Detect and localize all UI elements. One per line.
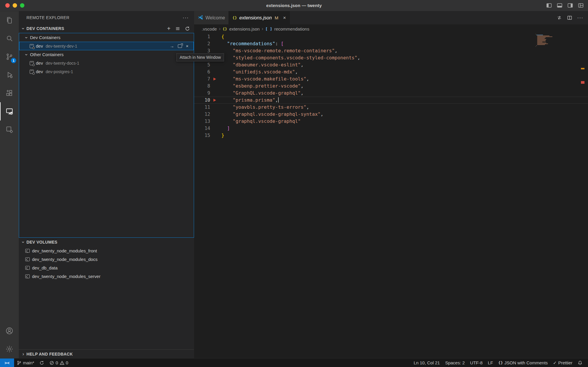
- attach-new-window-icon[interactable]: [178, 44, 182, 48]
- line-number: 15: [194, 132, 210, 139]
- problems-item[interactable]: 0 0: [47, 358, 71, 367]
- code-line[interactable]: 10 "prisma.prisma",: [194, 97, 588, 104]
- volume-item[interactable]: dev_db_data: [19, 264, 194, 272]
- run-and-debug-icon[interactable]: [0, 66, 19, 84]
- add-icon[interactable]: +: [167, 26, 171, 31]
- code-line[interactable]: 12 "graphql.vscode-graphql-syntax",: [194, 111, 588, 118]
- container-name: dev: [36, 61, 43, 66]
- git-branch-item[interactable]: main*: [14, 358, 37, 367]
- close-icon[interactable]: ×: [283, 15, 286, 21]
- line-text: "graphql.vscode-graphql": [221, 118, 301, 125]
- minimize-window-button[interactable]: [13, 3, 17, 8]
- code-line[interactable]: 6 "unifiedjs.vscode-mdx",: [194, 68, 588, 76]
- open-changes-icon[interactable]: [557, 15, 562, 21]
- language-mode: JSON with Comments: [505, 360, 548, 365]
- code-line[interactable]: 15}: [194, 132, 588, 139]
- volume-item[interactable]: dev_twenty_node_modules_front: [19, 247, 194, 255]
- code-line[interactable]: 5 "dbaeumer.vscode-eslint",: [194, 61, 588, 68]
- notifications-item[interactable]: [575, 358, 585, 367]
- settings-gear-icon[interactable]: [0, 340, 19, 358]
- source-control-badge: 1: [11, 58, 16, 63]
- gutter: [210, 83, 221, 90]
- code-line[interactable]: 9 "GraphQL.vscode-graphql",: [194, 90, 588, 97]
- volume-item[interactable]: dev_twenty_node_modules_server: [19, 272, 194, 281]
- section-dev-containers[interactable]: › DEV CONTAINERS +: [19, 24, 194, 33]
- tab-extensions-json[interactable]: {} extensions.json M ×: [229, 11, 290, 24]
- remote-explorer-icon[interactable]: [0, 102, 19, 120]
- line-number: 1: [194, 33, 210, 40]
- code-editor[interactable]: 1{2 "recommendations": [3 "ms-vscode-rem…: [194, 33, 588, 358]
- close-icon[interactable]: ×: [186, 44, 188, 48]
- container-item[interactable]: devdev-postgres-1: [19, 67, 194, 76]
- formatter-item[interactable]: ✓ Prettier: [550, 358, 575, 367]
- code-line[interactable]: 2 "recommendations": [: [194, 40, 588, 47]
- toggle-primary-sidebar-icon[interactable]: [546, 2, 552, 9]
- indentation-item[interactable]: Spaces: 2: [442, 358, 467, 367]
- cursor-position: Ln 10, Col 21: [414, 360, 440, 365]
- list-options-icon[interactable]: [175, 26, 180, 31]
- zoom-window-button[interactable]: [20, 3, 24, 8]
- accounts-icon[interactable]: [0, 322, 19, 340]
- gutter: [210, 61, 221, 68]
- code-line[interactable]: 11 "yoavbls.pretty-ts-errors",: [194, 104, 588, 111]
- sync-changes-item[interactable]: [37, 358, 47, 367]
- customize-layout-icon[interactable]: [578, 2, 584, 9]
- tree-group-label: Dev Containers: [30, 35, 60, 40]
- minimap-line: [536, 46, 536, 47]
- minimap[interactable]: [536, 34, 556, 47]
- extensions-icon[interactable]: [0, 84, 19, 102]
- cursor-position-item[interactable]: Ln 10, Col 21: [411, 358, 442, 367]
- code-line[interactable]: 4 "styled-components.vscode-styled-compo…: [194, 54, 588, 61]
- toggle-panel-icon[interactable]: [557, 2, 563, 9]
- section-help-and-feedback[interactable]: › HELP AND FEEDBACK: [19, 349, 194, 358]
- line-number: 7: [194, 76, 210, 83]
- error-icon: [49, 361, 54, 365]
- code-line[interactable]: 8 "esbenp.prettier-vscode",: [194, 83, 588, 90]
- chevron-right-icon: ›: [262, 26, 263, 31]
- tree-group[interactable]: ›Dev Containers: [19, 33, 194, 42]
- code-line[interactable]: 7 "ms-vscode.makefile-tools",: [194, 76, 588, 83]
- minimap-line: [537, 36, 552, 37]
- line-number: 10: [194, 97, 210, 104]
- more-actions-icon[interactable]: ···: [577, 15, 583, 21]
- container-item[interactable]: devdev-twenty-dev-1→×: [19, 42, 194, 50]
- text-cursor: [278, 97, 279, 103]
- refresh-icon[interactable]: [185, 26, 190, 31]
- overview-ruler-mark: [581, 81, 584, 84]
- minimap-line: [536, 45, 537, 46]
- attach-container-icon[interactable]: →: [170, 44, 174, 48]
- code-line[interactable]: 13 "graphql.vscode-graphql": [194, 118, 588, 125]
- minimap-line: [537, 41, 546, 41]
- split-editor-icon[interactable]: [567, 15, 572, 21]
- language-mode-item[interactable]: {} JSON with Comments: [496, 358, 550, 367]
- explorer-icon[interactable]: [0, 11, 19, 29]
- tab-welcome[interactable]: Welcome: [194, 11, 229, 24]
- code-line[interactable]: 3 "ms-vscode-remote.remote-containers",: [194, 47, 588, 54]
- line-text: "ms-vscode.makefile-tools",: [221, 76, 309, 83]
- dev-containers-icon[interactable]: [0, 120, 19, 139]
- breadcrumb-file[interactable]: extensions.json: [229, 26, 260, 31]
- chevron-down-icon: ›: [21, 26, 25, 31]
- section-dev-volumes[interactable]: › DEV VOLUMES: [19, 238, 194, 247]
- search-icon[interactable]: [0, 29, 19, 48]
- minimap-line: [537, 44, 545, 45]
- close-window-button[interactable]: [5, 3, 10, 8]
- volume-item[interactable]: dev_twenty_node_modules_docs: [19, 255, 194, 264]
- status-bar-right: Ln 10, Col 21 Spaces: 2 UTF-8 LF {} JSON…: [411, 358, 588, 367]
- breadcrumb-symbol[interactable]: recommendations: [274, 26, 309, 31]
- remote-indicator[interactable]: ><: [0, 358, 14, 367]
- eol-item[interactable]: LF: [485, 358, 496, 367]
- container-name: dev: [36, 43, 43, 48]
- toggle-secondary-sidebar-icon[interactable]: [567, 2, 573, 9]
- line-text: "graphql.vscode-graphql-syntax",: [221, 111, 323, 118]
- encoding-item[interactable]: UTF-8: [467, 358, 485, 367]
- breadcrumb-folder[interactable]: .vscode: [202, 26, 217, 31]
- code-line[interactable]: 1{: [194, 33, 588, 40]
- section-label: HELP AND FEEDBACK: [26, 352, 190, 356]
- code-line[interactable]: 14 ]: [194, 125, 588, 132]
- container-item[interactable]: devdev-twenty-docs-1: [19, 59, 194, 67]
- bell-icon: [578, 361, 582, 365]
- more-actions-icon[interactable]: ···: [183, 15, 189, 21]
- source-control-icon[interactable]: 1: [0, 48, 19, 66]
- tree-group[interactable]: ›Other Containers: [19, 50, 194, 59]
